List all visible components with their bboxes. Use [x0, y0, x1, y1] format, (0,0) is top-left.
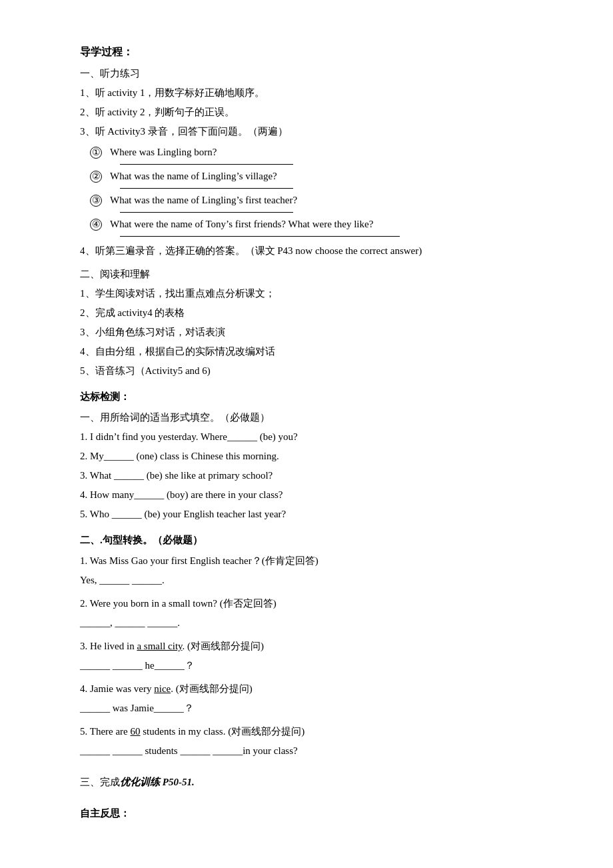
t5-underline: 60 [131, 726, 141, 737]
fill-item-5: 5. Who ______ (be) your English teacher … [80, 505, 546, 523]
t4-answer: ______ was Jamie______？ [80, 699, 546, 717]
q4-text: What were the name of Tony’s first frien… [110, 215, 546, 233]
reflection-title: 自主反思： [80, 805, 546, 823]
q2-circle: ② [90, 171, 103, 183]
t1-answer: Yes, ______ ______. [80, 571, 546, 589]
t5-answer: ______ ______ students ______ ______in y… [80, 742, 546, 760]
part3-row: 三、完成优化训练 P50-51. [80, 773, 546, 791]
reading-item-4: 4、自由分组，根据自己的实际情况改编对话 [80, 343, 546, 361]
t5-question: 5. There are 60 students in my class. (对… [80, 723, 546, 741]
q2-label: ② [80, 167, 105, 185]
q4-circle: ④ [90, 219, 103, 231]
listening-item-1: 1、听 activity 1，用数字标好正确地顺序。 [80, 84, 546, 102]
fill-item-4: 4. How many______ (boy) are there in you… [80, 486, 546, 504]
part2-title: 二、阅读和理解 [80, 265, 546, 283]
q3-label: ③ [80, 191, 105, 209]
t2-answer: ______, ______ ______. [80, 614, 546, 632]
part3-prefix: 三、完成 [80, 777, 120, 787]
t4-question: 4. Jamie was very nice. (对画线部分提问) [80, 680, 546, 698]
reading-item-1: 1、学生阅读对话，找出重点难点分析课文； [80, 285, 546, 303]
q1-circle: ① [90, 147, 103, 159]
q2-answer-line[interactable] [120, 188, 293, 189]
fill-item-3: 3. What ______ (be) she like at primary … [80, 467, 546, 485]
part1-title: 一、听力练习 [80, 65, 546, 83]
fill-item-1: 1. I didn’t find you yesterday. Where___… [80, 428, 546, 446]
part3-bold: 优化训练 P50-51. [120, 777, 195, 787]
q3-text: What was the name of Lingling’s first te… [110, 191, 546, 209]
t4-underline: nice [154, 683, 171, 694]
transform-title: 二、.句型转换。（必做题） [80, 531, 546, 549]
reading-item-5: 5、语音练习（Activity5 and 6) [80, 362, 546, 380]
listening-item-4: 4、听第三遍录音，选择正确的答案。（课文 P43 now choose the … [80, 242, 546, 260]
t1-question: 1. Was Miss Gao your first English teach… [80, 552, 546, 570]
q1-text: Where was Lingling born? [110, 143, 546, 161]
listening-item-2: 2、听 activity 2，判断句子的正误。 [80, 103, 546, 121]
question-1-row: ① Where was Lingling born? [80, 143, 546, 161]
t3-answer: ______ ______ he______？ [80, 657, 546, 675]
q3-answer-line[interactable] [120, 212, 293, 213]
q4-answer-line[interactable] [120, 236, 400, 237]
check-title: 达标检测： [80, 388, 546, 406]
q2-text: What was the name of Lingling’s village? [110, 167, 546, 185]
listening-item-3: 3、听 Activity3 录音，回答下面问题。（两遍） [80, 123, 546, 141]
t2-question: 2. Were you born in a small town? (作否定回答… [80, 595, 546, 613]
reading-item-2: 2、完成 activity4 的表格 [80, 304, 546, 322]
reading-item-3: 3、小组角色练习对话，对话表演 [80, 323, 546, 341]
page-content: 导学过程： 一、听力练习 1、听 activity 1，用数字标好正确地顺序。 … [80, 43, 546, 823]
q4-label: ④ [80, 215, 105, 233]
question-3-row: ③ What was the name of Lingling’s first … [80, 191, 546, 209]
fill-item-2: 2. My______ (one) class is Chinese this … [80, 447, 546, 465]
t3-underline: a small city [137, 641, 182, 651]
q3-circle: ③ [90, 195, 103, 207]
q1-answer-line[interactable] [120, 164, 293, 165]
question-2-row: ② What was the name of Lingling’s villag… [80, 167, 546, 185]
t3-question: 3. He lived in a small city. (对画线部分提问) [80, 637, 546, 655]
q1-label: ① [80, 143, 105, 161]
guide-title: 导学过程： [80, 43, 546, 62]
question-4-row: ④ What were the name of Tony’s first fri… [80, 215, 546, 233]
fill-title: 一、用所给词的适当形式填空。（必做题） [80, 409, 546, 427]
